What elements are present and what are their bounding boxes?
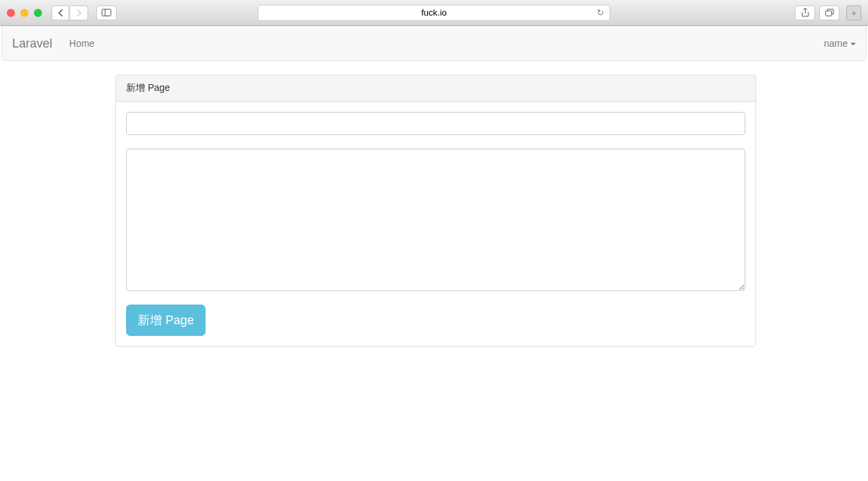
user-name-label: name: [824, 38, 848, 49]
brand-link[interactable]: Laravel: [12, 37, 52, 51]
chevron-right-icon: [76, 9, 82, 17]
close-window-button[interactable]: [7, 9, 15, 17]
submit-button[interactable]: 新增 Page: [126, 305, 205, 336]
url-text: fuck.io: [421, 7, 447, 18]
svg-rect-2: [825, 11, 831, 16]
main-container: 新增 Page 新增 Page: [115, 75, 756, 347]
minimize-window-button[interactable]: [20, 9, 28, 17]
page-title-input[interactable]: [126, 112, 745, 135]
share-icon: [802, 8, 809, 17]
app-navbar: Laravel Home name: [1, 26, 867, 61]
plus-icon: +: [851, 7, 856, 18]
home-link[interactable]: Home: [69, 38, 94, 49]
caret-down-icon: [850, 43, 856, 45]
panel-heading: 新增 Page: [116, 75, 755, 102]
tabs-button[interactable]: [819, 5, 840, 20]
sidebar-toggle-button[interactable]: [96, 5, 117, 20]
share-button[interactable]: [795, 5, 815, 20]
browser-toolbar: fuck.io ↻ +: [0, 0, 868, 26]
browser-tools: +: [795, 5, 861, 20]
create-page-panel: 新增 Page 新增 Page: [115, 75, 756, 347]
maximize-window-button[interactable]: [34, 9, 42, 17]
reload-button[interactable]: ↻: [597, 7, 604, 18]
user-dropdown[interactable]: name: [824, 38, 856, 49]
back-button[interactable]: [52, 5, 69, 20]
window-controls: [7, 9, 42, 17]
chevron-left-icon: [58, 9, 64, 17]
navigation-buttons: [52, 5, 88, 20]
forward-button[interactable]: [71, 5, 88, 20]
tabs-icon: [825, 9, 834, 16]
sidebar-icon: [102, 9, 111, 16]
page-content-textarea[interactable]: [126, 149, 745, 291]
new-tab-button[interactable]: +: [846, 5, 861, 20]
address-bar[interactable]: fuck.io ↻: [258, 5, 610, 21]
panel-body: 新增 Page: [116, 102, 755, 346]
svg-rect-0: [102, 9, 111, 16]
